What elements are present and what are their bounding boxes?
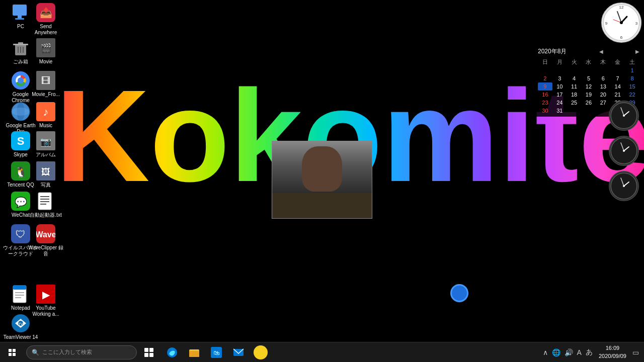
svg-rect-44 <box>13 286 26 290</box>
clock-tray[interactable]: 16:09 2020/09/09 <box>596 344 629 360</box>
calendar-next-btn[interactable]: ▶ <box>635 49 639 54</box>
trash-icon-label: ごみ箱 <box>13 59 28 65</box>
calendar-day[interactable]: 19 <box>582 90 596 99</box>
tray-network-icon[interactable]: 🌐 <box>551 347 561 357</box>
svg-rect-0 <box>13 5 27 16</box>
desktop-icon-wave-clipper[interactable]: Wave WaveClipper 録音 <box>28 224 64 257</box>
svg-text:♪: ♪ <box>43 106 49 118</box>
task-view-button[interactable] <box>139 342 159 363</box>
desktop: Kokomite PC 📤 SendAnywhere <box>0 0 644 342</box>
taskbar-app-edge[interactable] <box>161 342 183 363</box>
desktop-icon-photo[interactable]: 🖼 写真 <box>28 161 64 188</box>
desktop-icon-auto-txt[interactable]: 自動起動器.txt <box>28 191 64 218</box>
album-label: アルバム <box>36 152 56 158</box>
calendar-day[interactable]: 20 <box>596 90 610 99</box>
calendar-day[interactable]: 18 <box>567 90 582 99</box>
taskbar-app-file-explorer[interactable] <box>183 342 205 363</box>
blue-circle-indicator <box>450 284 468 302</box>
calendar-day[interactable]: 14 <box>610 82 625 90</box>
desktop-icon-movie-fro[interactable]: 🎞 Movie_Fro... <box>28 70 64 98</box>
mail-icon <box>232 346 245 358</box>
calendar-day[interactable]: 30 <box>538 107 552 115</box>
tray-ime-icon[interactable]: A <box>576 347 583 357</box>
cal-header-sun: 日 <box>538 58 552 66</box>
svg-rect-77 <box>149 353 153 357</box>
svg-text:📤: 📤 <box>40 7 52 19</box>
svg-point-69 <box>623 150 625 152</box>
calendar-prev-btn[interactable]: ◀ <box>599 49 603 54</box>
desktop-icon-album[interactable]: 📷 アルバム <box>28 131 64 158</box>
taskbar-app-store[interactable]: 🛍 <box>205 342 227 363</box>
calendar-day[interactable]: 12 <box>582 82 596 90</box>
auto-txt-icon <box>36 191 56 211</box>
overlay-image-inner <box>272 141 372 218</box>
desktop-icon-send-anywhere[interactable]: 📤 SendAnywhere <box>28 3 64 36</box>
calendar-day[interactable]: 27 <box>596 99 610 107</box>
svg-text:🐧: 🐧 <box>15 166 27 178</box>
calendar-day[interactable]: 7 <box>610 74 625 82</box>
calendar-header: 2020年8月 ◀ ▶ <box>538 47 639 56</box>
calendar-day[interactable]: 24 <box>552 99 567 107</box>
small-clock-4 <box>609 171 639 201</box>
calendar-day[interactable]: 25 <box>567 99 582 107</box>
clock-widget: 12 3 6 9 <box>601 3 641 43</box>
calendar-day[interactable]: 6 <box>596 74 610 82</box>
calendar-day[interactable]: 13 <box>596 82 610 90</box>
svg-point-20 <box>12 108 30 116</box>
calendar-day[interactable]: 9 <box>538 82 552 90</box>
calendar-day[interactable]: 4 <box>567 74 582 82</box>
calendar-day[interactable]: 16 <box>538 90 552 99</box>
svg-point-65 <box>623 115 625 117</box>
calendar-day[interactable]: 26 <box>582 99 596 107</box>
taskbar-apps: 🛍 <box>159 342 542 363</box>
desktop-icon-youtube[interactable]: ▶ YouTube Working a... <box>28 284 64 317</box>
calendar-day[interactable]: 11 <box>567 82 582 90</box>
tray-chevron-icon[interactable]: ∧ <box>542 347 549 357</box>
cal-header-tue: 火 <box>567 58 582 66</box>
auto-txt-label: 自動起動器.txt <box>30 212 61 218</box>
desktop-icon-teamviewer[interactable]: TV TeamViewer 14 <box>3 313 39 340</box>
calendar-day <box>596 107 610 115</box>
svg-text:🎬: 🎬 <box>40 43 52 54</box>
search-icon: 🔍 <box>32 349 39 356</box>
svg-rect-1 <box>18 16 22 18</box>
svg-text:Wave: Wave <box>36 230 55 239</box>
calendar-day[interactable]: 17 <box>552 90 567 99</box>
show-desktop-icon[interactable]: ▭ <box>631 347 640 357</box>
desktop-icon-music[interactable]: ♪ Music <box>28 102 64 129</box>
tray-volume-icon[interactable]: 🔊 <box>564 347 574 357</box>
svg-text:🛡: 🛡 <box>16 229 26 240</box>
svg-rect-7 <box>13 44 28 45</box>
calendar-day[interactable]: 31 <box>552 107 567 115</box>
edge-icon <box>166 346 178 358</box>
calendar-day[interactable]: 22 <box>625 90 639 99</box>
music-label: Music <box>39 123 52 129</box>
calendar-day[interactable]: 21 <box>610 90 625 99</box>
photo-label: 写真 <box>41 182 51 188</box>
calendar-day[interactable]: 10 <box>552 82 567 90</box>
svg-text:6: 6 <box>620 35 623 40</box>
calendar-day[interactable]: 8 <box>625 74 639 82</box>
desktop-icon-movie[interactable]: 🎬 Movie <box>28 38 64 65</box>
calendar-day[interactable]: 3 <box>552 74 567 82</box>
search-bar[interactable]: 🔍 ここに入力して検索 <box>26 345 137 359</box>
start-button[interactable] <box>0 342 24 363</box>
calendar-day[interactable]: 1 <box>625 66 639 74</box>
calendar-day[interactable]: 5 <box>582 74 596 82</box>
svg-text:3: 3 <box>635 21 638 26</box>
svg-text:📷: 📷 <box>40 136 52 147</box>
taskbar-app-mail[interactable] <box>227 342 250 363</box>
tray-lang-icon[interactable]: あ <box>585 347 594 358</box>
calendar-day <box>538 66 552 74</box>
cal-header-thu: 木 <box>596 58 610 66</box>
store-icon: 🛍 <box>210 346 222 358</box>
calendar-day[interactable]: 23 <box>538 99 552 107</box>
calendar-day[interactable]: 15 <box>625 82 639 90</box>
calendar-day[interactable]: 2 <box>538 74 552 82</box>
movie-label: Movie <box>39 59 53 65</box>
send-anywhere-icon: 📤 <box>36 3 56 23</box>
svg-text:9: 9 <box>605 21 608 26</box>
taskbar-app-yellow[interactable] <box>250 342 272 363</box>
cal-header-fri: 金 <box>610 58 625 66</box>
teamviewer-label: TeamViewer 14 <box>4 334 38 340</box>
